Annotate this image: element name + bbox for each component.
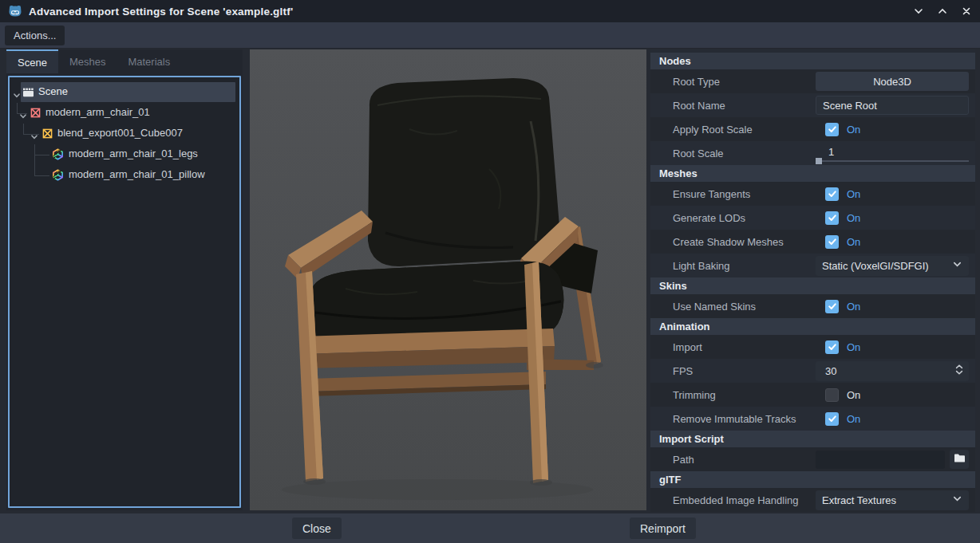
chevron-down-icon[interactable] (30, 130, 38, 138)
property-value: Static (VoxelGI/SDFGI) (816, 254, 975, 277)
checkbox-field[interactable]: On (820, 340, 860, 354)
tree-item-label: blend_export001_Cube007 (57, 127, 183, 139)
tree-guide-line (23, 124, 24, 134)
property-value: On (820, 182, 975, 206)
section-header-gltf: glTF (650, 471, 975, 488)
section-header-import-script: Import Script (650, 431, 975, 447)
window-title: Advanced Import Settings for Scene 'exam… (29, 6, 293, 18)
property-value: On (820, 230, 975, 254)
property-row-fps: FPS30 (650, 359, 975, 383)
tree-item-blend_export001_Cube007[interactable]: blend_export001_Cube007 (11, 124, 236, 144)
property-type-button[interactable]: Node3D (816, 72, 969, 91)
checkbox-state-label: On (847, 389, 860, 401)
property-row-import: ImportOn (650, 335, 975, 359)
property-value: On (820, 383, 975, 407)
property-row-path: Path (650, 447, 975, 471)
tree-item-modern_arm_chair_01[interactable]: modern_arm_chair_01 (11, 103, 236, 124)
property-value: Scene Root (816, 93, 975, 117)
property-row-root-name: Root NameScene Root (650, 93, 975, 117)
dropdown-select[interactable]: Extract Textures (816, 490, 969, 510)
tree-item-modern_arm_chair_01_legs[interactable]: modern_arm_chair_01_legs (11, 144, 236, 165)
tab-label: Materials (128, 56, 170, 68)
section-header-animation: Animation (650, 318, 975, 335)
titlebar: Advanced Import Settings for Scene 'exam… (0, 0, 980, 22)
checkbox-state-label: On (847, 188, 860, 200)
actions-menu-button[interactable]: Actions... (5, 26, 65, 45)
property-row-remove-immutable-tracks: Remove Immutable TracksOn (650, 407, 975, 431)
checkbox-state-label: On (847, 236, 860, 248)
reimport-button[interactable]: Reimport (630, 517, 696, 539)
spin-value: 30 (825, 365, 954, 377)
dropdown-value: Extract Textures (822, 494, 952, 506)
tree-guide-line (34, 155, 49, 155)
checkbox-field[interactable]: On (820, 300, 860, 313)
property-row-root-scale: Root Scale1 (650, 141, 975, 165)
gltf-node-icon (41, 128, 53, 140)
checkbox-checked[interactable] (825, 300, 839, 313)
property-label: Root Name (650, 93, 816, 117)
tree-guide-line (34, 165, 35, 175)
tab-meshes[interactable]: Meshes (58, 49, 117, 73)
checkbox-field[interactable]: On (820, 211, 860, 225)
spin-slider[interactable]: 1 (816, 144, 969, 163)
close-window-button[interactable] (959, 4, 974, 18)
spin-input[interactable]: 30 (816, 361, 969, 381)
property-row-apply-root-scale: Apply Root ScaleOn (650, 117, 975, 141)
checkbox-field[interactable]: On (820, 235, 860, 249)
3d-preview-viewport[interactable] (250, 49, 646, 510)
checkbox-state-label: On (847, 341, 860, 353)
tree-item-Scene[interactable]: Scene (11, 82, 236, 103)
text-input[interactable]: Scene Root (816, 96, 969, 115)
browse-path-button[interactable] (950, 450, 969, 469)
property-value (816, 447, 975, 471)
checkbox-field[interactable]: On (820, 388, 860, 402)
checkbox-checked[interactable] (825, 412, 839, 426)
minimize-button[interactable] (911, 4, 926, 18)
checkbox-field[interactable]: On (820, 187, 860, 201)
checkbox-checked[interactable] (825, 123, 839, 136)
tree-guide-line (17, 103, 18, 113)
property-row-embedded-image-handling: Embedded Image HandlingExtract Textures (650, 488, 975, 512)
property-label: Generate LODs (650, 206, 820, 230)
property-label: Import (650, 335, 820, 359)
chevron-down-icon[interactable] (19, 109, 27, 117)
spin-updown-icon[interactable] (954, 364, 964, 378)
property-value: On (820, 117, 975, 141)
dropdown-chevron-icon (952, 259, 962, 272)
property-row-use-named-skins: Use Named SkinsOn (650, 294, 975, 318)
maximize-button[interactable] (935, 4, 950, 18)
checkbox-checked[interactable] (825, 340, 839, 354)
dropdown-value: Static (VoxelGI/SDFGI) (822, 260, 952, 272)
slider-grabber[interactable] (816, 158, 822, 164)
path-field-group (816, 450, 969, 469)
property-row-light-baking: Light BakingStatic (VoxelGI/SDFGI) (650, 254, 975, 277)
tab-scene[interactable]: Scene (6, 49, 58, 73)
dropdown-chevron-icon (952, 494, 962, 506)
checkbox-checked[interactable] (825, 211, 839, 225)
tree-item-modern_arm_chair_01_pillow[interactable]: modern_arm_chair_01_pillow (11, 165, 236, 186)
close-button[interactable]: Close (292, 517, 342, 539)
checkbox-checked[interactable] (825, 187, 839, 201)
armchair-model-preview (250, 49, 646, 510)
dropdown-select[interactable]: Static (VoxelGI/SDFGI) (816, 256, 969, 276)
property-label: Use Named Skins (650, 294, 820, 318)
checkbox-field[interactable]: On (820, 123, 860, 136)
chevron-down-icon[interactable] (13, 89, 21, 96)
property-value: On (820, 335, 975, 359)
checkbox-field[interactable]: On (820, 412, 860, 426)
property-value: Node3D (816, 69, 975, 93)
path-input[interactable] (816, 451, 945, 469)
tree-item-label: modern_arm_chair_01 (45, 106, 150, 118)
tab-materials[interactable]: Materials (117, 49, 181, 73)
slider-track[interactable] (816, 160, 969, 162)
tree-item-label: modern_arm_chair_01_legs (69, 148, 198, 159)
checkbox-checked[interactable] (825, 235, 839, 249)
property-value: On (820, 407, 975, 431)
section-header-nodes: Nodes (650, 53, 975, 69)
import-settings-inspector: NodesRoot TypeNode3DRoot NameScene RootA… (650, 49, 975, 512)
property-label: Remove Immutable Tracks (650, 407, 820, 431)
checkbox-state-label: On (847, 413, 860, 425)
slider-value: 1 (828, 146, 834, 158)
checkbox-unchecked[interactable] (825, 388, 839, 402)
property-label: Light Baking (650, 254, 816, 277)
